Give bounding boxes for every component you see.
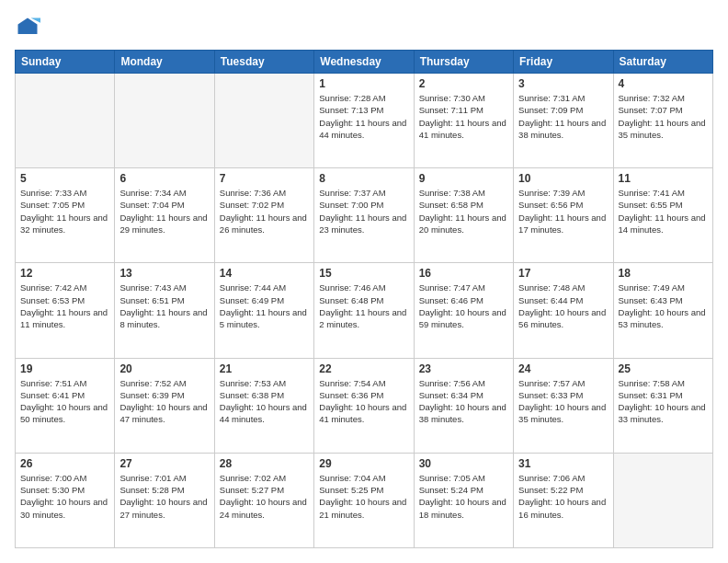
week-row-4: 19Sunrise: 7:51 AMSunset: 6:41 PMDayligh… [16,358,713,453]
day-info: Sunrise: 7:39 AMSunset: 6:56 PMDaylight:… [518,187,608,236]
day-number: 25 [619,362,708,375]
day-cell: 6Sunrise: 7:34 AMSunset: 7:04 PMDaylight… [115,168,214,263]
day-cell: 10Sunrise: 7:39 AMSunset: 6:56 PMDayligh… [514,168,613,263]
day-number: 18 [619,267,708,280]
day-number: 28 [220,457,309,470]
day-info: Sunrise: 7:28 AMSunset: 7:13 PMDaylight:… [319,92,408,141]
day-info: Sunrise: 7:32 AMSunset: 7:07 PMDaylight:… [619,92,708,141]
day-cell: 3Sunrise: 7:31 AMSunset: 7:09 PMDaylight… [514,74,613,168]
day-number: 13 [119,267,209,280]
day-number: 6 [119,172,209,185]
day-cell: 18Sunrise: 7:49 AMSunset: 6:43 PMDayligh… [613,263,712,358]
day-number: 24 [518,362,608,375]
day-info: Sunrise: 7:38 AMSunset: 6:58 PMDaylight:… [419,187,508,236]
day-number: 7 [220,172,309,185]
day-cell [214,74,313,168]
day-number: 8 [319,172,408,185]
day-number: 23 [419,362,508,375]
day-number: 31 [518,457,608,470]
day-number: 10 [518,172,608,185]
day-info: Sunrise: 7:49 AMSunset: 6:43 PMDaylight:… [619,282,708,330]
day-info: Sunrise: 7:46 AMSunset: 6:48 PMDaylight:… [319,282,408,330]
day-number: 12 [20,267,109,280]
day-info: Sunrise: 7:30 AMSunset: 7:11 PMDaylight:… [419,92,508,141]
day-number: 14 [220,267,309,280]
day-number: 27 [119,457,209,470]
day-cell: 29Sunrise: 7:04 AMSunset: 5:25 PMDayligh… [314,453,414,547]
day-number: 16 [419,267,508,280]
day-cell: 28Sunrise: 7:02 AMSunset: 5:27 PMDayligh… [214,453,313,547]
day-info: Sunrise: 7:43 AMSunset: 6:51 PMDaylight:… [119,282,209,330]
day-info: Sunrise: 7:51 AMSunset: 6:41 PMDaylight:… [20,377,109,426]
header [15,15,713,40]
column-header-wednesday: Wednesday [314,51,414,74]
day-number: 30 [419,457,508,470]
day-number: 22 [319,362,408,375]
day-info: Sunrise: 7:01 AMSunset: 5:28 PMDaylight:… [119,472,209,521]
day-cell: 9Sunrise: 7:38 AMSunset: 6:58 PMDaylight… [414,168,513,263]
day-info: Sunrise: 7:06 AMSunset: 5:22 PMDaylight:… [518,472,608,521]
calendar-header-row: SundayMondayTuesdayWednesdayThursdayFrid… [16,51,713,74]
day-cell: 23Sunrise: 7:56 AMSunset: 6:34 PMDayligh… [414,358,513,453]
svg-marker-0 [18,18,38,35]
day-cell [115,74,214,168]
page: SundayMondayTuesdayWednesdayThursdayFrid… [0,0,728,563]
calendar-body: 1Sunrise: 7:28 AMSunset: 7:13 PMDaylight… [16,74,713,548]
day-cell: 26Sunrise: 7:00 AMSunset: 5:30 PMDayligh… [16,453,115,547]
day-info: Sunrise: 7:33 AMSunset: 7:05 PMDaylight:… [20,187,109,236]
day-info: Sunrise: 7:52 AMSunset: 6:39 PMDaylight:… [119,377,209,426]
day-info: Sunrise: 7:02 AMSunset: 5:27 PMDaylight:… [220,472,309,521]
day-info: Sunrise: 7:00 AMSunset: 5:30 PMDaylight:… [20,472,109,521]
day-cell: 22Sunrise: 7:54 AMSunset: 6:36 PMDayligh… [314,358,414,453]
day-cell: 12Sunrise: 7:42 AMSunset: 6:53 PMDayligh… [16,263,115,358]
day-cell: 17Sunrise: 7:48 AMSunset: 6:44 PMDayligh… [514,263,613,358]
day-info: Sunrise: 7:37 AMSunset: 7:00 PMDaylight:… [319,187,408,236]
day-info: Sunrise: 7:36 AMSunset: 7:02 PMDaylight:… [220,187,309,236]
day-number: 29 [319,457,408,470]
day-number: 5 [20,172,109,185]
logo [15,15,44,40]
day-cell: 8Sunrise: 7:37 AMSunset: 7:00 PMDaylight… [314,168,414,263]
day-cell: 24Sunrise: 7:57 AMSunset: 6:33 PMDayligh… [514,358,613,453]
day-cell: 30Sunrise: 7:05 AMSunset: 5:24 PMDayligh… [414,453,513,547]
day-number: 26 [20,457,109,470]
column-header-sunday: Sunday [16,51,115,74]
day-info: Sunrise: 7:42 AMSunset: 6:53 PMDaylight:… [20,282,109,330]
day-number: 19 [20,362,109,375]
day-info: Sunrise: 7:48 AMSunset: 6:44 PMDaylight:… [518,282,608,330]
column-header-thursday: Thursday [414,51,513,74]
day-number: 11 [619,172,708,185]
day-number: 21 [220,362,309,375]
day-cell: 16Sunrise: 7:47 AMSunset: 6:46 PMDayligh… [414,263,513,358]
day-info: Sunrise: 7:47 AMSunset: 6:46 PMDaylight:… [419,282,508,330]
day-info: Sunrise: 7:05 AMSunset: 5:24 PMDaylight:… [419,472,508,521]
day-cell: 4Sunrise: 7:32 AMSunset: 7:07 PMDaylight… [613,74,712,168]
day-number: 15 [319,267,408,280]
day-cell: 7Sunrise: 7:36 AMSunset: 7:02 PMDaylight… [214,168,313,263]
day-cell [613,453,712,547]
day-cell: 15Sunrise: 7:46 AMSunset: 6:48 PMDayligh… [314,263,414,358]
day-cell: 13Sunrise: 7:43 AMSunset: 6:51 PMDayligh… [115,263,214,358]
day-number: 3 [518,77,608,90]
day-cell: 27Sunrise: 7:01 AMSunset: 5:28 PMDayligh… [115,453,214,547]
day-info: Sunrise: 7:04 AMSunset: 5:25 PMDaylight:… [319,472,408,521]
column-header-saturday: Saturday [613,51,712,74]
day-cell: 25Sunrise: 7:58 AMSunset: 6:31 PMDayligh… [613,358,712,453]
day-info: Sunrise: 7:54 AMSunset: 6:36 PMDaylight:… [319,377,408,426]
day-cell: 5Sunrise: 7:33 AMSunset: 7:05 PMDaylight… [16,168,115,263]
day-info: Sunrise: 7:41 AMSunset: 6:55 PMDaylight:… [619,187,708,236]
day-cell: 2Sunrise: 7:30 AMSunset: 7:11 PMDaylight… [414,74,513,168]
day-info: Sunrise: 7:57 AMSunset: 6:33 PMDaylight:… [518,377,608,426]
day-info: Sunrise: 7:58 AMSunset: 6:31 PMDaylight:… [619,377,708,426]
column-header-tuesday: Tuesday [214,51,313,74]
day-cell: 20Sunrise: 7:52 AMSunset: 6:39 PMDayligh… [115,358,214,453]
logo-icon [15,15,40,40]
week-row-2: 5Sunrise: 7:33 AMSunset: 7:05 PMDaylight… [16,168,713,263]
day-number: 2 [419,77,508,90]
day-info: Sunrise: 7:53 AMSunset: 6:38 PMDaylight:… [220,377,309,426]
day-cell: 21Sunrise: 7:53 AMSunset: 6:38 PMDayligh… [214,358,313,453]
day-number: 9 [419,172,508,185]
column-header-monday: Monday [115,51,214,74]
week-row-1: 1Sunrise: 7:28 AMSunset: 7:13 PMDaylight… [16,74,713,168]
day-cell: 1Sunrise: 7:28 AMSunset: 7:13 PMDaylight… [314,74,414,168]
